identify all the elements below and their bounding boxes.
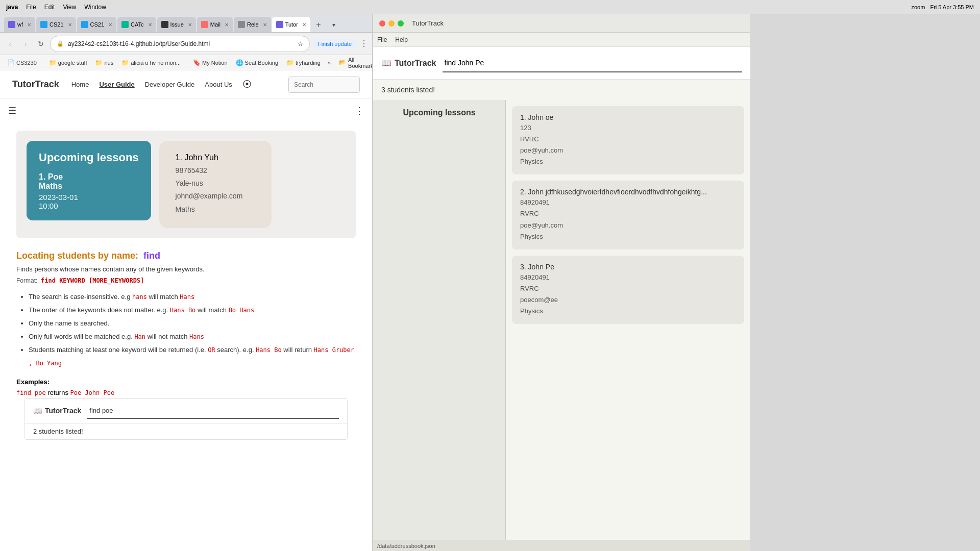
bookmarks-bar: 📄 CS3230 📁 google stuff 📁 nus 📁 alicia u… (0, 55, 372, 70)
tab-cs21-2[interactable]: CS21 ✕ (77, 17, 117, 32)
tab-close-cs21-2[interactable]: ✕ (108, 22, 112, 28)
student-2-phone: 84920491 (520, 197, 736, 208)
tab-icon-rele (238, 21, 245, 28)
hamburger-icon[interactable]: ☰ (8, 105, 16, 116)
tab-close-cs21-1[interactable]: ✕ (68, 22, 72, 28)
embedded-app-preview: 📖 TutorTrack 2 students listed! (24, 398, 348, 440)
bullet-3: Only the name is searched. (29, 317, 356, 330)
bookmark-alicia[interactable]: 📁 alicia u hv no mon... (118, 58, 184, 67)
app-command-input[interactable] (443, 54, 743, 72)
tab-close-mail[interactable]: ✕ (225, 22, 229, 28)
all-bookmarks-button[interactable]: 📂 All Bookmarks (339, 57, 372, 69)
new-tab-button[interactable]: + (311, 18, 326, 32)
bookmark-notion[interactable]: 🔖 My Notion (190, 58, 231, 67)
nav-about-us[interactable]: About Us (205, 81, 232, 88)
tab-close-rele[interactable]: ✕ (263, 22, 267, 28)
tab-mail[interactable]: Mail ✕ (197, 17, 233, 32)
hamburger-row: ☰ ⋮ (0, 99, 372, 122)
minimize-button[interactable] (388, 20, 395, 27)
forward-button[interactable]: › (19, 38, 32, 50)
bookmark-tryharding[interactable]: 📁 tryharding (283, 58, 324, 67)
tab-close-issue[interactable]: ✕ (188, 22, 192, 28)
embedded-search-input[interactable] (87, 403, 339, 419)
address-bar[interactable]: 🔒 ay2324s2-cs2103t-t16-4.github.io/tp/Us… (50, 36, 310, 52)
bookmark-icon-cs3230: 📄 (7, 59, 15, 66)
bookmark-seat[interactable]: 🌐 Seat Booking (233, 58, 281, 67)
back-button[interactable]: ‹ (4, 38, 16, 50)
section-heading: Locating students by name: find (16, 251, 356, 261)
bookmark-star-icon[interactable]: ☆ (298, 40, 303, 47)
embedded-logo-text: TutorTrack (45, 407, 81, 415)
tab-issue[interactable]: Issue ✕ (157, 17, 196, 32)
bullet-4: Only full words will be matched e.g. Han… (29, 330, 356, 343)
tab-tutor[interactable]: Tutor ✕ (272, 17, 310, 32)
lesson-subject: Maths (39, 182, 139, 191)
app-logo: 📖 TutorTrack (381, 58, 436, 68)
bookmark-label-seat: Seat Booking (245, 60, 278, 66)
tab-close-catc[interactable]: ✕ (148, 22, 152, 28)
student-1-name-text: John oe (528, 113, 554, 121)
close-button[interactable] (379, 20, 385, 27)
tab-close-tutor[interactable]: ✕ (302, 22, 306, 28)
student-1-subject: Physics (520, 156, 736, 167)
student-1-location: RVRC (520, 134, 736, 145)
bookmark-google[interactable]: 📁 google stuff (46, 58, 90, 67)
student-2-location: RVRC (520, 208, 736, 219)
tab-wf[interactable]: wf ✕ (4, 17, 35, 32)
tab-label-cs21-1: CS21 (50, 21, 64, 28)
menu-file[interactable]: File (377, 36, 387, 43)
reload-button[interactable]: ↻ (35, 38, 47, 50)
site-search-input[interactable] (288, 77, 360, 93)
bookmark-icon-tryharding: 📁 (286, 59, 294, 66)
student-2-name-text: John jdfhkusedghvoierIdhevfioerdhvodfhvd… (528, 188, 707, 196)
lesson-time: 10:00 (39, 202, 139, 210)
tab-menu-button[interactable]: ▾ (327, 18, 341, 32)
tab-label-rele: Rele (247, 21, 259, 28)
app-header: 📖 TutorTrack (373, 47, 750, 80)
student-3-name: 3. John Pe (520, 263, 736, 271)
student-phone: 98765432 (176, 164, 255, 177)
format-line: Format: find KEYWORD [MORE_KEYWORDS] (16, 277, 356, 284)
bookmark-icon-seat: 🌐 (236, 59, 243, 66)
tab-icon-wf (8, 21, 15, 28)
nav-developer-guide[interactable]: Developer Guide (145, 81, 195, 88)
bookmark-icon-nus: 📁 (95, 59, 103, 66)
bookmarks-more-button[interactable]: » (326, 59, 333, 67)
section-heading-text: Locating students by name: (16, 251, 138, 261)
all-bookmarks-label: All Bookmarks (348, 57, 372, 69)
tab-rele[interactable]: Rele ✕ (234, 17, 271, 32)
fullscreen-button[interactable] (398, 20, 404, 27)
student-3-name-text: John Pe (528, 263, 554, 271)
macos-menu-window[interactable]: Window (84, 4, 106, 11)
app-students-list: 1. John oe 123 RVRC poe@yuh.com Physics … (506, 100, 750, 540)
examples-title: Examples: (16, 378, 356, 386)
student-3-subject: Physics (520, 306, 736, 317)
macos-menu-edit[interactable]: Edit (44, 4, 55, 11)
tab-catc[interactable]: CATc ✕ (117, 17, 156, 32)
tab-close-wf[interactable]: ✕ (27, 22, 31, 28)
macos-menu-file[interactable]: File (26, 4, 36, 11)
macos-menu-view[interactable]: View (63, 4, 76, 11)
student-1-phone: 123 (520, 122, 736, 134)
macos-bar-left: java File Edit View Window (6, 4, 106, 11)
nav-user-guide[interactable]: User Guide (99, 81, 134, 88)
student-2-subject: Physics (520, 231, 736, 242)
tab-label-wf: wf (17, 21, 23, 28)
bookmark-nus[interactable]: 📁 nus (92, 58, 116, 67)
nav-home[interactable]: Home (71, 81, 89, 88)
tab-cs21-1[interactable]: CS21 ✕ (36, 17, 76, 32)
nav-github-link[interactable]: ⦿ (242, 79, 252, 90)
browser-menu-button[interactable]: ⋮ (360, 39, 368, 48)
embedded-header: 📖 TutorTrack (25, 399, 347, 423)
macos-time: Fri 5 Apr 3:55 PM (930, 4, 974, 10)
tab-label-cs21-2: CS21 (90, 21, 105, 28)
bookmark-cs3230[interactable]: 📄 CS3230 (4, 58, 40, 67)
app-menubar: File Help (373, 33, 750, 47)
example-1-cmd: find poe (16, 389, 46, 396)
finish-update-button[interactable]: Finish update (313, 39, 357, 49)
menu-help[interactable]: Help (395, 36, 408, 43)
traffic-lights (379, 20, 404, 27)
address-row: ‹ › ↻ 🔒 ay2324s2-cs2103t-t16-4.github.io… (0, 33, 372, 55)
content-menu-icon[interactable]: ⋮ (355, 105, 364, 116)
main-content: Upcoming lessons 1. Poe Maths 2023-03-01… (0, 122, 372, 456)
